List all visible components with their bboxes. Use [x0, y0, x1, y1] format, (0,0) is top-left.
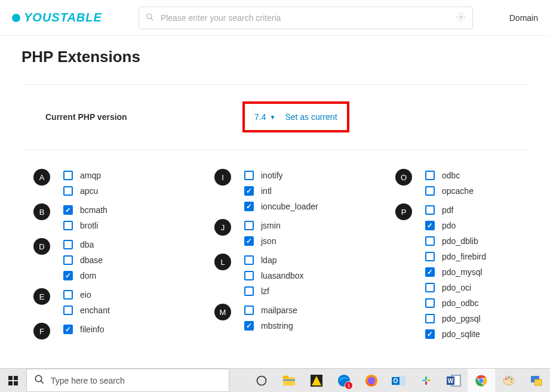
logo[interactable]: YOUSTABLE: [12, 11, 102, 24]
version-label: Current PHP version: [45, 112, 242, 122]
ext-label: dom: [80, 271, 96, 280]
ext-label: json: [261, 236, 276, 246]
ext-checkbox[interactable]: [244, 221, 254, 230]
ext-group: Mmailparsembstring: [214, 303, 348, 334]
ext-row: brotli: [63, 218, 167, 233]
ext-group: Ddbadbasedom: [33, 237, 167, 283]
ext-label: pdo_firebird: [442, 252, 486, 261]
ext-checkbox[interactable]: [63, 171, 73, 180]
ext-checkbox[interactable]: [425, 329, 435, 339]
search-input[interactable]: [139, 7, 473, 29]
ext-label: mailparse: [261, 305, 297, 315]
gear-icon[interactable]: [456, 12, 466, 23]
ext-row: pdo_dblib: [425, 233, 529, 249]
ext-row: opcache: [425, 183, 529, 199]
ext-checkbox[interactable]: [425, 267, 435, 277]
ext-checkbox[interactable]: [425, 186, 435, 196]
ext-row: intl: [244, 183, 348, 199]
ext-checkbox[interactable]: [63, 240, 73, 249]
ext-group: Ppdfpdopdo_dblibpdo_firebirdpdo_mysqlpdo…: [395, 202, 529, 342]
nav-domain-link[interactable]: Domain: [509, 13, 538, 23]
ext-checkbox[interactable]: [244, 286, 254, 296]
ext-label: apcu: [80, 186, 98, 196]
ext-row: odbc: [425, 168, 529, 183]
ext-letter-badge: L: [214, 254, 231, 270]
ext-checkbox[interactable]: [425, 252, 435, 261]
ext-row: dom: [63, 268, 167, 283]
ext-checkbox[interactable]: [425, 283, 435, 292]
ext-label: pdo_mysql: [442, 267, 483, 277]
ext-row: inotify: [244, 168, 348, 183]
ext-group: Eeioenchant: [33, 287, 167, 318]
ext-row: apcu: [63, 183, 167, 199]
ext-checkbox[interactable]: [63, 221, 73, 230]
ext-checkbox[interactable]: [244, 271, 254, 280]
ext-row: pdo_firebird: [425, 249, 529, 264]
ext-items: dbadbasedom: [63, 237, 167, 283]
ext-checkbox[interactable]: [63, 271, 73, 280]
ext-label: luasandbox: [261, 271, 304, 280]
ext-checkbox[interactable]: [425, 205, 435, 215]
ext-column: Iinotifyintlioncube_loaderJjsminjsonLlda…: [214, 168, 348, 345]
ext-row: enchant: [63, 303, 167, 318]
ext-row: dba: [63, 237, 167, 252]
ext-label: pdo_sqlite: [442, 329, 480, 339]
ext-label: eio: [80, 290, 91, 300]
ext-checkbox[interactable]: [63, 290, 73, 300]
ext-label: fileinfo: [80, 325, 104, 334]
ext-group: Iinotifyintlioncube_loader: [214, 168, 348, 214]
ext-row: pdo_mysql: [425, 264, 529, 280]
ext-checkbox[interactable]: [244, 305, 254, 315]
ext-checkbox[interactable]: [63, 186, 73, 196]
ext-checkbox[interactable]: [244, 236, 254, 246]
ext-checkbox[interactable]: [63, 255, 73, 265]
search-icon: [146, 13, 154, 23]
ext-label: pdo_odbc: [442, 298, 479, 308]
ext-row: fileinfo: [63, 322, 167, 337]
svg-line-1: [151, 18, 153, 20]
ext-letter-badge: A: [33, 169, 50, 186]
ext-group: Ffileinfo: [33, 322, 167, 339]
ext-checkbox[interactable]: [244, 202, 254, 211]
svg-point-0: [147, 14, 152, 18]
ext-checkbox[interactable]: [425, 236, 435, 246]
ext-row: json: [244, 233, 348, 249]
ext-label: mbstring: [261, 321, 293, 331]
ext-items: amqpapcu: [63, 168, 167, 199]
ext-row: bcmath: [63, 202, 167, 218]
ext-letter-badge: B: [33, 203, 50, 220]
ext-row: pdo_pgsql: [425, 311, 529, 326]
ext-checkbox[interactable]: [63, 305, 73, 315]
ext-checkbox[interactable]: [244, 171, 254, 180]
ext-group: Jjsminjson: [214, 218, 348, 249]
ext-checkbox[interactable]: [63, 205, 73, 215]
ext-checkbox[interactable]: [63, 325, 73, 334]
ext-checkbox[interactable]: [244, 255, 254, 265]
set-as-current-link[interactable]: Set as current: [285, 112, 337, 122]
ext-items: bcmathbrotli: [63, 202, 167, 233]
ext-items: ldapluasandboxlzf: [244, 252, 348, 299]
ext-row: mbstring: [244, 318, 348, 334]
ext-label: ldap: [261, 255, 276, 265]
ext-row: pdo_odbc: [425, 295, 529, 311]
ext-checkbox[interactable]: [244, 321, 254, 331]
chevron-down-icon: ▼: [269, 114, 275, 121]
ext-checkbox[interactable]: [244, 186, 254, 196]
ext-letter-badge: P: [395, 203, 412, 220]
ext-row: pdo: [425, 218, 529, 233]
ext-items: mailparsembstring: [244, 303, 348, 334]
ext-group: Oodbcopcache: [395, 168, 529, 199]
ext-row: luasandbox: [244, 268, 348, 283]
ext-letter-badge: E: [33, 288, 50, 305]
php-version-dropdown[interactable]: 7.4 ▼: [254, 112, 275, 122]
ext-row: jsmin: [244, 218, 348, 233]
ext-letter-badge: I: [214, 169, 231, 186]
ext-row: pdf: [425, 202, 529, 218]
ext-checkbox[interactable]: [425, 171, 435, 180]
ext-checkbox[interactable]: [425, 298, 435, 308]
ext-checkbox[interactable]: [425, 314, 435, 323]
ext-items: jsminjson: [244, 218, 348, 249]
ext-checkbox[interactable]: [425, 221, 435, 230]
ext-row: pdo_sqlite: [425, 326, 529, 342]
ext-items: fileinfo: [63, 322, 167, 339]
